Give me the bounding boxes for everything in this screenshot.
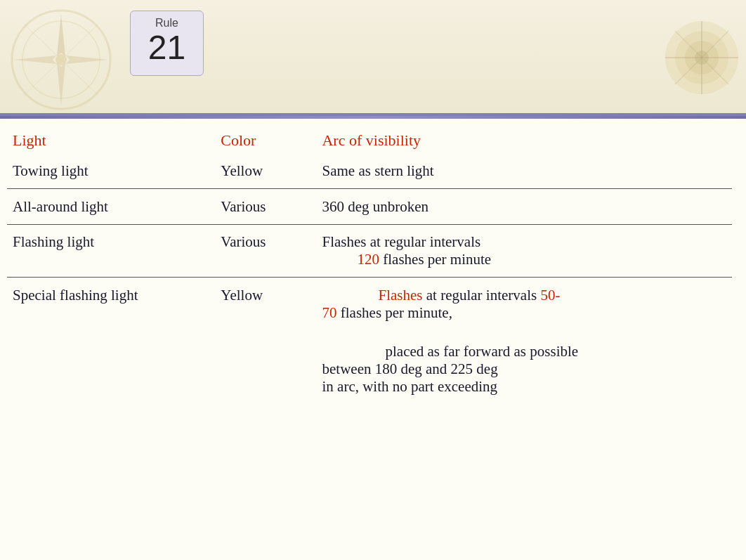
- light-name: Special flashing light: [7, 278, 215, 404]
- compass-left-icon: [7, 7, 116, 112]
- light-arc: Flashes at regular intervals 50- 70 flas…: [301, 278, 732, 404]
- svg-line-7: [61, 25, 98, 60]
- lights-table: Light Color Arc of visibility Towing lig…: [7, 124, 732, 404]
- header: Rule 21: [0, 0, 746, 116]
- arc-line-2: 120 flashes per minute: [322, 251, 726, 268]
- table-row: All-around light Various 360 deg unbroke…: [7, 190, 732, 225]
- col-arc-header: Arc of visibility: [301, 124, 732, 154]
- light-arc: Same as stern light: [301, 154, 732, 189]
- light-color: Yellow: [215, 154, 301, 189]
- light-name: Flashing light: [7, 225, 215, 278]
- svg-marker-3: [57, 63, 65, 105]
- rule-number: 21: [138, 30, 196, 67]
- svg-marker-2: [57, 14, 65, 56]
- arc-special-line4: between 180 deg and 225 deg: [322, 360, 726, 378]
- arc-special-line3: placed as far forward as possible: [322, 343, 726, 360]
- arc-special-line2: 70 flashes per minute,: [322, 304, 726, 322]
- svg-line-6: [25, 25, 61, 60]
- table-row: Special flashing light Yellow Flashes at…: [7, 278, 732, 404]
- light-color: Yellow: [215, 278, 301, 404]
- arc-special-line1: Flashes at regular intervals 50-: [322, 287, 726, 304]
- table-row: Flashing light Various Flashes at regula…: [7, 225, 732, 278]
- light-arc: 360 deg unbroken: [301, 190, 732, 225]
- col-light-header: Light: [7, 124, 215, 154]
- rule-box: Rule 21: [130, 11, 204, 76]
- arc-red-word: Flashes: [378, 287, 422, 304]
- compass-right-icon: [662, 4, 742, 112]
- svg-line-9: [61, 60, 98, 95]
- table-row: Towing light Yellow Same as stern light: [7, 154, 732, 189]
- col-color-header: Color: [215, 124, 301, 154]
- svg-point-10: [55, 54, 67, 65]
- svg-marker-5: [66, 56, 108, 64]
- arc-red-70: 70: [322, 304, 336, 321]
- main-content: Light Color Arc of visibility Towing lig…: [0, 119, 746, 418]
- light-arc: Flashes at regular intervals 120 flashes…: [301, 225, 732, 278]
- arc-red-number: 120: [357, 251, 379, 268]
- arc-line-1: Flashes at regular intervals: [322, 233, 726, 251]
- svg-marker-4: [14, 56, 56, 64]
- svg-line-8: [25, 60, 61, 95]
- light-color: Various: [215, 225, 301, 278]
- light-name: Towing light: [7, 154, 215, 189]
- rule-label: Rule: [138, 17, 196, 30]
- table-header-row: Light Color Arc of visibility: [7, 124, 732, 154]
- arc-red-range: 50-: [540, 287, 560, 304]
- light-color: Various: [215, 190, 301, 225]
- arc-special-line5: in arc, with no part exceeding: [322, 378, 726, 396]
- light-name: All-around light: [7, 190, 215, 225]
